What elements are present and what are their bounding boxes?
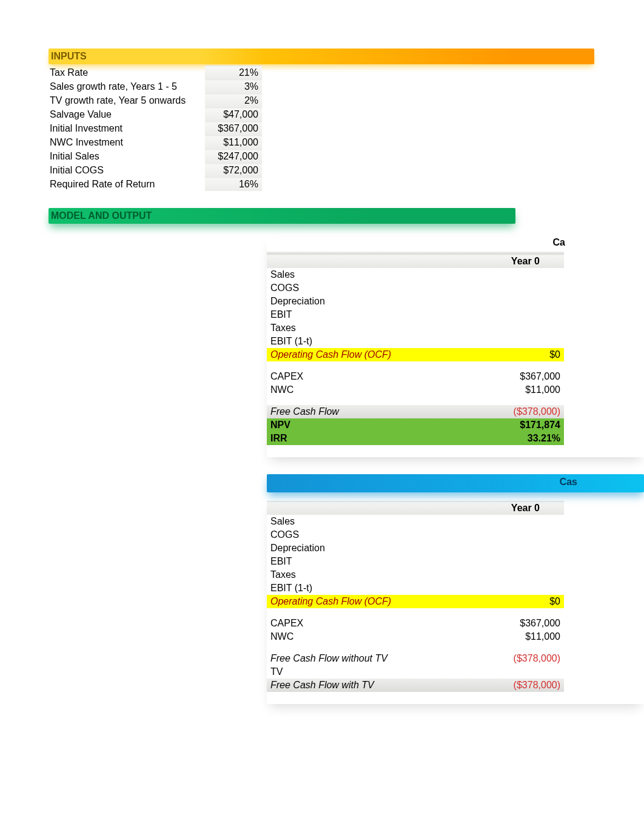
table-row: COGS xyxy=(267,281,564,295)
table-row: EBIT xyxy=(267,555,564,568)
row-label: CAPEX xyxy=(267,617,455,630)
input-value: $367,000 xyxy=(205,122,262,136)
input-label: Initial Investment xyxy=(49,122,205,136)
input-label: Sales growth rate, Years 1 - 5 xyxy=(49,80,205,94)
model-table-2: Year 0 Sales COGS Depreciation EBIT Taxe… xyxy=(267,501,564,692)
table-row: Taxes xyxy=(267,321,564,335)
irr-row: IRR 33.21% xyxy=(267,432,564,445)
row-label: EBIT (1-t) xyxy=(267,582,455,595)
section-truncated-title: Ca xyxy=(267,237,644,248)
section-truncated-title: Cas xyxy=(560,477,577,488)
row-value: $367,000 xyxy=(455,617,564,630)
table-row: Sales xyxy=(267,515,564,528)
model-section-2: Cas Year 0 Sales COGS Depreciation EBIT … xyxy=(267,474,644,704)
row-label: CAPEX xyxy=(267,370,455,383)
page: INPUTS Tax Rate21% Sales growth rate, Ye… xyxy=(0,0,644,740)
year-header-row: Year 0 xyxy=(267,255,564,269)
row-label: NWC xyxy=(267,383,455,397)
fcf-with-tv-row: Free Cash Flow with TV ($378,000) xyxy=(267,679,564,692)
row-label: Free Cash Flow with TV xyxy=(267,679,455,692)
input-value: $11,000 xyxy=(205,136,262,150)
blue-section-bar: Cas xyxy=(267,474,644,492)
row-value: ($378,000) xyxy=(455,405,564,418)
input-value: 2% xyxy=(205,94,262,108)
input-label: Initial Sales xyxy=(49,150,205,164)
row-value: ($378,000) xyxy=(455,679,564,692)
row-label: Taxes xyxy=(267,321,455,335)
row-label: Depreciation xyxy=(267,542,455,555)
row-label: EBIT (1-t) xyxy=(267,335,455,348)
input-label: Tax Rate xyxy=(49,66,205,80)
row-value: $0 xyxy=(455,595,564,608)
input-label: Required Rate of Return xyxy=(49,178,205,192)
table-row: Tax Rate21% xyxy=(49,66,262,80)
tv-row: TV xyxy=(267,665,564,679)
model-header: MODEL AND OUTPUT xyxy=(49,208,515,224)
table-row: EBIT (1-t) xyxy=(267,582,564,595)
row-label: EBIT xyxy=(267,555,455,568)
ocf-row: Operating Cash Flow (OCF) $0 xyxy=(267,595,564,608)
row-label: Depreciation xyxy=(267,295,455,308)
table-row: NWC$11,000 xyxy=(267,383,564,397)
year-label: Year 0 xyxy=(455,255,564,269)
input-value: $247,000 xyxy=(205,150,262,164)
spacer-row xyxy=(267,397,564,405)
row-label: Sales xyxy=(267,268,455,281)
table-row: TV growth rate, Year 5 onwards2% xyxy=(49,94,262,108)
inputs-header-label: INPUTS xyxy=(51,51,87,61)
row-label: Free Cash Flow xyxy=(267,405,455,418)
row-label: Operating Cash Flow (OCF) xyxy=(267,348,455,361)
model-section-1: Ca Year 0 Sales COGS Depreciation EBIT T… xyxy=(267,237,644,457)
row-value: $171,874 xyxy=(455,418,564,432)
table-row: Taxes xyxy=(267,568,564,582)
fcf-without-tv-row: Free Cash Flow without TV ($378,000) xyxy=(267,652,564,665)
table-row: Sales xyxy=(267,268,564,281)
table-row: Depreciation xyxy=(267,295,564,308)
row-label: Taxes xyxy=(267,568,455,582)
table-row: NWC$11,000 xyxy=(267,630,564,643)
year-header-row: Year 0 xyxy=(267,501,564,515)
input-value: 16% xyxy=(205,178,262,192)
table-row: EBIT (1-t) xyxy=(267,335,564,348)
table-row: Salvage Value$47,000 xyxy=(49,108,262,122)
row-value: ($378,000) xyxy=(455,652,564,665)
npv-row: NPV $171,874 xyxy=(267,418,564,432)
row-label: COGS xyxy=(267,528,455,542)
spacer-row xyxy=(267,643,564,652)
input-value: 3% xyxy=(205,80,262,94)
row-label: TV xyxy=(267,665,455,679)
table-row: CAPEX$367,000 xyxy=(267,370,564,383)
inputs-header: INPUTS xyxy=(49,49,594,64)
row-value: $367,000 xyxy=(455,370,564,383)
input-label: Salvage Value xyxy=(49,108,205,122)
input-value: $47,000 xyxy=(205,108,262,122)
row-label: NPV xyxy=(267,418,455,432)
row-value: 33.21% xyxy=(455,432,564,445)
table-row: COGS xyxy=(267,528,564,542)
spacer-row xyxy=(267,608,564,617)
table-row: Sales growth rate, Years 1 - 53% xyxy=(49,80,262,94)
input-label: NWC Investment xyxy=(49,136,205,150)
model-header-label: MODEL AND OUTPUT xyxy=(51,210,152,221)
spacer-row xyxy=(267,361,564,370)
row-label: Operating Cash Flow (OCF) xyxy=(267,595,455,608)
input-value: $72,000 xyxy=(205,164,262,178)
row-label: COGS xyxy=(267,281,455,295)
row-label: IRR xyxy=(267,432,455,445)
row-label: NWC xyxy=(267,630,455,643)
row-value: $11,000 xyxy=(455,630,564,643)
table-row: Initial COGS$72,000 xyxy=(49,164,262,178)
table-row: Initial Investment$367,000 xyxy=(49,122,262,136)
row-value: $0 xyxy=(455,348,564,361)
row-label: Free Cash Flow without TV xyxy=(267,652,455,665)
table-row: Depreciation xyxy=(267,542,564,555)
year-label: Year 0 xyxy=(455,501,564,515)
table-row: EBIT xyxy=(267,308,564,321)
fcf-row: Free Cash Flow ($378,000) xyxy=(267,405,564,418)
table-row: NWC Investment$11,000 xyxy=(49,136,262,150)
input-label: TV growth rate, Year 5 onwards xyxy=(49,94,205,108)
table-row: Required Rate of Return16% xyxy=(49,178,262,192)
ocf-row: Operating Cash Flow (OCF) $0 xyxy=(267,348,564,361)
row-label: EBIT xyxy=(267,308,455,321)
input-value: 21% xyxy=(205,66,262,80)
